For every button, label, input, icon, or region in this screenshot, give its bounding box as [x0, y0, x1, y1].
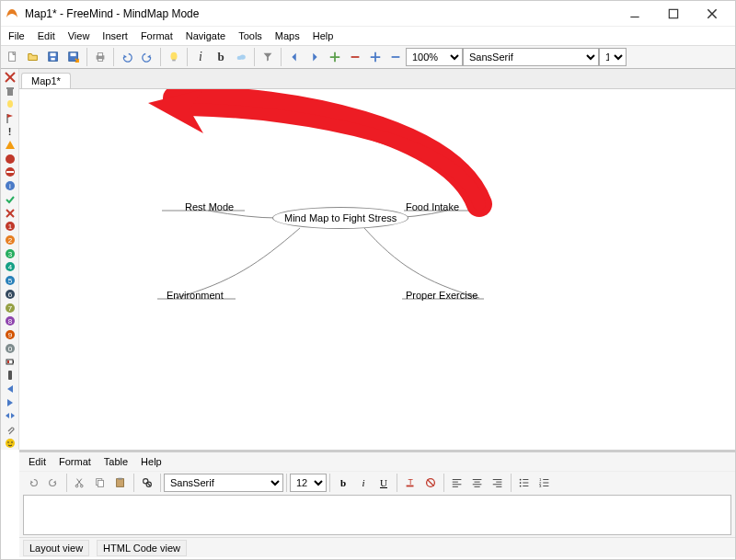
new-button[interactable] — [3, 47, 23, 67]
open-button[interactable] — [23, 47, 43, 67]
menu-navigate[interactable]: Navigate — [180, 29, 231, 42]
svg-text:i: i — [9, 182, 11, 190]
prio5-icon[interactable]: 5 — [3, 274, 17, 288]
x-red-icon[interactable] — [3, 71, 17, 85]
forward-button[interactable] — [305, 47, 325, 67]
prio1-icon[interactable]: 1 — [3, 220, 17, 234]
node-environment[interactable]: Environment — [167, 290, 224, 301]
ed-underline-button[interactable]: U — [374, 473, 394, 493]
maximize-button[interactable] — [654, 2, 693, 26]
saveas-button[interactable] — [63, 47, 84, 67]
editor-textarea[interactable] — [23, 495, 731, 535]
save-button[interactable] — [43, 47, 63, 67]
svg-point-13 — [171, 52, 178, 61]
stop-icon[interactable] — [3, 152, 17, 166]
ed-find-button[interactable] — [137, 473, 157, 493]
ed-paste-button[interactable] — [110, 473, 131, 493]
node-food-intake[interactable]: Food Intake — [406, 201, 459, 212]
prio9-icon[interactable]: 9 — [3, 328, 17, 342]
minimize-button[interactable] — [615, 2, 654, 26]
editor-menu-edit[interactable]: Edit — [23, 455, 52, 468]
back-button[interactable] — [284, 47, 305, 67]
paperclip-icon[interactable] — [3, 423, 17, 437]
svg-rect-18 — [392, 56, 400, 58]
menu-maps[interactable]: Maps — [270, 29, 305, 42]
arrow-right-icon[interactable] — [3, 395, 17, 409]
size-select[interactable]: 12 — [599, 48, 627, 66]
svg-rect-54 — [7, 360, 9, 363]
ed-clearformat-button[interactable] — [420, 473, 441, 493]
svg-rect-63 — [474, 201, 487, 214]
ed-italic-button[interactable]: i — [353, 473, 374, 493]
ed-align-center-button[interactable] — [467, 473, 488, 493]
ed-number-list-button[interactable]: 123 — [535, 473, 555, 493]
menu-format[interactable]: Format — [135, 29, 178, 42]
battery-icon[interactable] — [3, 355, 17, 369]
font-select[interactable]: SansSerif — [463, 48, 599, 66]
idea-button[interactable] — [164, 47, 184, 67]
tab-html-code-view[interactable]: HTML Code view — [97, 540, 187, 556]
tab-map1[interactable]: Map1* — [21, 73, 71, 88]
menu-help[interactable]: Help — [307, 29, 339, 42]
zoom-select[interactable]: 100% — [406, 48, 463, 66]
menu-tools[interactable]: Tools — [233, 29, 268, 42]
add-sibling-button[interactable] — [325, 47, 345, 67]
undo-button[interactable] — [117, 47, 137, 67]
exclam-icon[interactable]: ! — [3, 125, 17, 139]
redo-button[interactable] — [137, 47, 157, 67]
menu-view[interactable]: View — [63, 29, 96, 42]
italic-button[interactable]: i — [190, 47, 211, 67]
prio0-icon[interactable]: 0 — [3, 341, 17, 355]
ed-bold-button[interactable]: b — [333, 473, 353, 493]
ed-align-left-button[interactable] — [447, 473, 467, 493]
ed-copy-button[interactable] — [90, 473, 110, 493]
svg-rect-22 — [6, 87, 14, 89]
remove-button[interactable] — [345, 47, 365, 67]
menu-edit[interactable]: Edit — [32, 29, 61, 42]
ed-size-select[interactable]: 12 — [290, 474, 327, 492]
mindmap-root-node[interactable]: Mind Map to Fight Stress — [272, 207, 408, 229]
print-button[interactable] — [90, 47, 110, 67]
tab-layout-view[interactable]: Layout view — [23, 540, 89, 556]
node-proper-exercise[interactable]: Proper Exercise — [406, 290, 477, 301]
prio7-icon[interactable]: 7 — [3, 301, 17, 314]
menu-insert[interactable]: Insert — [97, 29, 133, 42]
ed-font-select[interactable]: SansSerif — [164, 474, 283, 492]
filter-button[interactable] — [258, 47, 278, 67]
trash-icon[interactable] — [3, 85, 17, 98]
prio2-icon[interactable]: 2 — [3, 234, 17, 247]
ed-undo-button[interactable] — [23, 473, 43, 493]
arrow-left-icon[interactable] — [3, 383, 17, 396]
warning-icon[interactable] — [3, 139, 17, 153]
editor-menu-table[interactable]: Table — [98, 455, 133, 468]
editor-menu-format[interactable]: Format — [53, 455, 97, 468]
cloud-button[interactable] — [231, 47, 251, 67]
check-icon[interactable] — [3, 192, 17, 206]
node-rest-mode[interactable]: Rest Mode — [185, 201, 234, 212]
bold-button[interactable]: b — [211, 47, 231, 67]
prio4-icon[interactable]: 4 — [3, 260, 17, 274]
prio6-icon[interactable]: 6 — [3, 288, 17, 302]
mindmap-canvas[interactable]: Mind Map to Fight Stress Rest Mode Food … — [19, 89, 735, 450]
prio3-icon[interactable]: 3 — [3, 246, 17, 260]
no-entry-icon[interactable] — [3, 166, 17, 179]
ed-redo-button[interactable] — [43, 473, 63, 493]
smiley-icon[interactable] — [3, 436, 17, 450]
flag-icon[interactable] — [3, 111, 17, 125]
svg-rect-9 — [71, 53, 76, 57]
ed-fontcolor-button[interactable]: T — [400, 473, 420, 493]
remove-child-button[interactable] — [385, 47, 406, 67]
prio8-icon[interactable]: 8 — [3, 314, 17, 328]
phone-icon[interactable] — [3, 369, 17, 383]
bulb-icon[interactable] — [3, 97, 17, 111]
cross-icon[interactable] — [3, 206, 17, 220]
info-icon[interactable]: i — [3, 179, 17, 193]
add-child-button[interactable] — [365, 47, 385, 67]
ed-align-right-button[interactable] — [488, 473, 508, 493]
menu-file[interactable]: File — [3, 29, 30, 42]
editor-menu-help[interactable]: Help — [135, 455, 167, 468]
arrows-icon[interactable] — [3, 409, 17, 423]
close-button[interactable] — [693, 2, 731, 26]
ed-bullet-list-button[interactable] — [514, 473, 535, 493]
ed-cut-button[interactable] — [70, 473, 90, 493]
